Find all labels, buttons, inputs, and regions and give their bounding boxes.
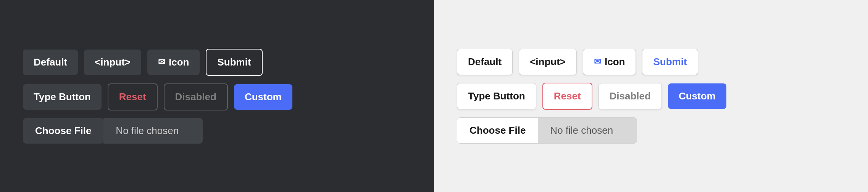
dark-icon-button[interactable]: ✉ Icon	[147, 50, 200, 75]
dark-choose-file-button[interactable]: Choose File	[23, 118, 103, 144]
dark-submit-button[interactable]: Submit	[206, 49, 262, 76]
light-custom-button[interactable]: Custom	[668, 83, 726, 109]
dark-reset-button[interactable]: Reset	[108, 83, 158, 110]
light-disabled-button: Disabled	[599, 83, 662, 109]
light-reset-button[interactable]: Reset	[542, 83, 592, 110]
dark-file-input: Choose File No file chosen	[23, 118, 203, 144]
light-icon-button[interactable]: ✉ Icon	[583, 49, 636, 75]
envelope-icon: ✉	[594, 57, 601, 67]
dark-icon-button-label: Icon	[169, 56, 189, 68]
dark-file-row: Choose File No file chosen	[23, 118, 411, 144]
dark-disabled-button: Disabled	[164, 83, 228, 110]
light-typebutton-button[interactable]: Type Button	[457, 83, 536, 109]
envelope-icon: ✉	[158, 57, 165, 67]
dark-default-button[interactable]: Default	[23, 50, 78, 75]
dark-input-button[interactable]: <input>	[84, 50, 141, 75]
dark-panel: Default <input> ✉ Icon Submit Type Butto…	[0, 0, 434, 192]
light-default-button[interactable]: Default	[457, 49, 513, 75]
light-icon-button-label: Icon	[605, 56, 625, 68]
light-row-1: Default <input> ✉ Icon Submit	[457, 49, 845, 75]
light-input-button[interactable]: <input>	[519, 49, 577, 75]
dark-row-2: Type Button Reset Disabled Custom	[23, 83, 411, 110]
dark-typebutton-button[interactable]: Type Button	[23, 84, 102, 110]
light-choose-file-button[interactable]: Choose File	[457, 117, 538, 144]
light-no-file-label: No file chosen	[538, 117, 637, 144]
light-panel: Default <input> ✉ Icon Submit Type Butto…	[434, 0, 868, 192]
dark-no-file-label: No file chosen	[103, 118, 203, 144]
light-file-input: Choose File No file chosen	[457, 117, 637, 144]
dark-custom-button[interactable]: Custom	[234, 84, 292, 110]
light-file-row: Choose File No file chosen	[457, 117, 845, 144]
light-row-2: Type Button Reset Disabled Custom	[457, 83, 845, 110]
dark-row-1: Default <input> ✉ Icon Submit	[23, 49, 411, 76]
light-submit-button[interactable]: Submit	[642, 49, 698, 75]
